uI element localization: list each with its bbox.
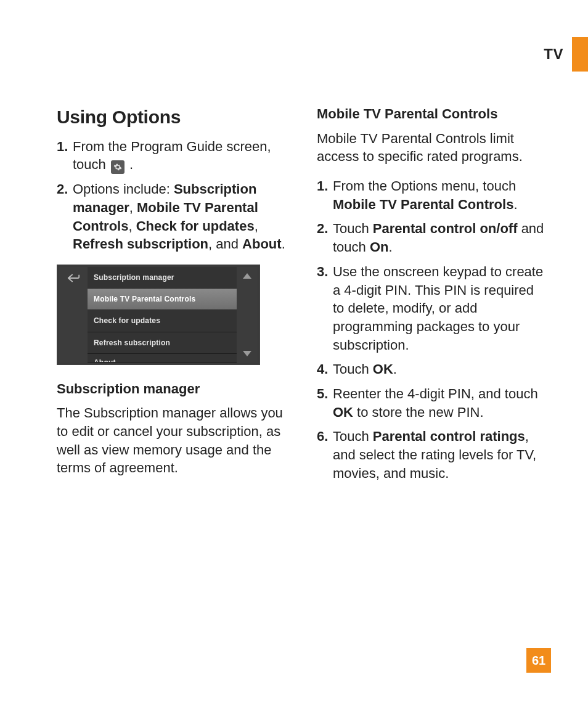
step-body: From the Program Guide screen, touch . [73,138,288,174]
bold-text: OK [373,361,393,377]
step-body: Touch OK. [333,360,549,379]
page-header: TV [544,37,588,72]
text: Touch [333,429,373,444]
step-body: Reenter the 4-digit PIN, and touch OK to… [333,385,549,421]
screenshot-back-button[interactable] [59,267,88,363]
step-body: Use the onscreen keypad to create a 4-di… [333,263,549,354]
step-1: 1. From the Program Guide screen, touch … [57,138,288,174]
screenshot-item-subscription-manager[interactable]: Subscription manager [88,267,237,289]
step-1: 1. From the Options menu, touch Mobile T… [317,177,549,213]
subscription-manager-heading: Subscription manager [57,380,288,398]
step-number: 6. [317,427,333,482]
text: , [128,218,136,234]
subscription-manager-para: The Subscription manager allows you to e… [57,404,288,477]
screenshot-item-parental-controls[interactable]: Mobile TV Parental Controls [88,289,237,310]
text: From the Program Guide screen, touch [73,139,271,173]
step-number: 5. [317,385,333,421]
screenshot-item-refresh-subscription[interactable]: Refresh subscription [88,332,237,354]
step-5: 5. Reenter the 4-digit PIN, and touch OK… [317,385,549,421]
text: Options include: [73,181,174,197]
text: to store the new PIN. [353,404,484,420]
step-body: Touch Parental control on/off and touch … [333,220,549,256]
bold-text: OK [333,404,353,420]
section-title: TV [544,46,563,63]
step-number: 2. [317,220,333,256]
step-3: 3. Use the onscreen keypad to create a 4… [317,263,549,354]
step-body: Options include: Subscription manager, M… [73,180,288,253]
bold-text: Parental control ratings [373,429,525,444]
step-6: 6. Touch Parental control ratings, and s… [317,427,549,482]
bold-text: Refresh subscription [73,236,208,252]
parental-controls-steps: 1. From the Options menu, touch Mobile T… [317,177,549,482]
right-column: Mobile TV Parental Controls Mobile TV Pa… [317,105,549,493]
bold-text: Check for updates [136,218,255,234]
options-screenshot: Subscription manager Mobile TV Parental … [57,265,260,365]
back-arrow-icon [67,273,80,283]
step-number: 1. [317,177,333,213]
bold-text: Mobile TV Parental Controls [333,197,513,212]
step-number: 1. [57,138,73,174]
step-2: 2. Touch Parental control on/off and tou… [317,220,549,256]
text: . [282,236,285,252]
step-number: 3. [317,263,333,354]
gear-icon [111,160,125,174]
screenshot-item-about[interactable]: About [88,354,237,363]
text: . [389,239,393,255]
page-number: 61 [526,648,551,673]
step-4: 4. Touch OK. [317,360,549,379]
bold-text: On [370,239,389,255]
using-options-heading: Using Options [57,105,288,130]
section-tab-accent [572,37,588,72]
text: . [393,361,397,377]
step-body: Touch Parental control ratings, and sele… [333,427,549,482]
step-number: 4. [317,360,333,379]
parental-controls-intro: Mobile TV Parental Controls limit access… [317,129,549,166]
text: Touch [333,221,373,236]
text: . [513,197,517,212]
step-2: 2. Options include: Subscription manager… [57,180,288,253]
screenshot-item-check-updates[interactable]: Check for updates [88,310,237,332]
step-body: From the Options menu, touch Mobile TV P… [333,177,549,213]
text: . [129,157,133,172]
using-options-steps: 1. From the Program Guide screen, touch … [57,138,288,253]
scroll-down-icon[interactable] [243,351,251,356]
step-number: 2. [57,180,73,253]
scroll-up-icon[interactable] [243,273,251,279]
screenshot-options-list: Subscription manager Mobile TV Parental … [88,267,237,363]
left-column: Using Options 1. From the Program Guide … [57,105,288,493]
text: Reenter the 4-digit PIN, and touch [333,386,538,401]
bold-text: About [242,236,282,252]
bold-text: Parental control on/off [373,221,518,236]
parental-controls-heading: Mobile TV Parental Controls [317,105,549,123]
text: From the Options menu, touch [333,178,516,194]
text: Touch [333,361,373,377]
text: , [255,218,258,234]
screenshot-scrollbar [237,267,258,363]
text: , [129,200,137,215]
text: , and [208,236,242,252]
